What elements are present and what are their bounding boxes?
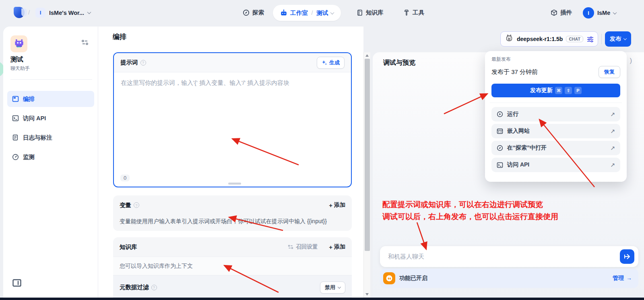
terminal-icon	[12, 115, 19, 121]
annotation-line-2: 调试可以后，右上角发布，也可以点击运行直接使用	[382, 211, 558, 223]
variables-header: 变量 添加	[113, 195, 352, 215]
chevron-down-icon	[623, 37, 627, 40]
features-quote-icon	[383, 272, 395, 284]
compass-icon	[497, 145, 503, 151]
features-status-label: 功能已开启	[399, 275, 427, 282]
help-icon[interactable]	[140, 60, 146, 66]
app-icon[interactable]	[10, 35, 27, 52]
knowledge-card: 知识库 召回设置 添加 您可以导入知识库作为上下文 元数据过滤	[113, 237, 352, 300]
app-settings-sliders-icon[interactable]	[81, 39, 89, 45]
chevron-down-icon	[613, 10, 617, 14]
prompt-placeholder: 在这里写你的提示词，输入'{' 插入变量、输入'/' 插入提示内容块	[121, 79, 343, 87]
nav-current-app[interactable]: 测试	[316, 9, 334, 17]
metadata-filter-select[interactable]: 禁用	[320, 282, 345, 294]
ollama-llama-icon	[505, 35, 514, 43]
prompt-card-header: 提示词 生成	[114, 53, 351, 72]
sidebar-item-api[interactable]: 访问 API	[7, 110, 94, 126]
toolbar-divider	[601, 34, 602, 44]
prompt-card: 提示词 生成 在这里写你的提示词，输入'{' 插入变量、输入'/' 插入提示内容…	[113, 52, 352, 187]
nav-studio-pill: 工作室 / 测试	[273, 5, 341, 21]
user-name: IsMe	[597, 10, 610, 16]
user-menu[interactable]: I IsMe	[583, 7, 616, 18]
variables-description: 变量能使用用户输入表单引入提示词或开场白，你可以试试在提示词中输入 {{inpu…	[113, 218, 352, 225]
manage-features-link[interactable]: 管理 →	[613, 275, 632, 282]
publish-update-button[interactable]: 发布更新 ⌘ ⇧ P	[491, 84, 620, 97]
vertical-scrollbar[interactable]	[363, 52, 370, 298]
add-variable-button[interactable]: 添加	[329, 201, 345, 209]
nav-knowledge[interactable]: 知识库	[357, 9, 384, 16]
top-header: / I IsMe's Wor... 探索 工作室 / 测试 知识库	[0, 0, 644, 26]
collapse-panel-icon	[12, 279, 21, 287]
workspace-selector[interactable]: I IsMe's Wor...	[35, 8, 91, 18]
collapse-sidebar-button[interactable]	[12, 278, 22, 287]
help-icon[interactable]	[151, 285, 157, 290]
menu-item-run[interactable]: 运行 ↗	[491, 107, 620, 121]
app-sidebar: 测试 聊天助手 编排 访问 API 日志与标注 监测	[3, 27, 98, 298]
external-link-icon: ↗	[610, 128, 615, 134]
sidebar-divider	[10, 79, 92, 80]
shift-key-icon: ⇧	[565, 87, 572, 94]
external-link-icon: ↗	[610, 162, 615, 168]
model-selector[interactable]: deepseek-r1:1.5b CHAT	[500, 31, 598, 47]
plus-icon	[329, 244, 332, 251]
variables-card: 变量 添加 变量能使用用户输入表单引入提示词或开场白，你可以试试在提示词中输入 …	[113, 195, 352, 231]
dify-logo-icon[interactable]	[14, 7, 25, 18]
latest-release-label: 最新发布	[491, 56, 620, 63]
pixel-monster-icon	[14, 39, 25, 49]
partially-hidden-icon: )	[630, 57, 632, 64]
chevron-down-icon	[330, 10, 334, 14]
nav-tools[interactable]: 工具	[403, 9, 424, 16]
knowledge-description-row: 您可以导入知识库作为上下文	[113, 257, 352, 275]
plus-icon	[329, 202, 332, 209]
variables-title: 变量	[120, 201, 131, 209]
window-bottom-edge	[0, 298, 644, 300]
package-icon	[551, 9, 557, 16]
sidebar-item-logs[interactable]: 日志与标注	[7, 129, 94, 146]
nav-studio[interactable]: 工作室	[280, 9, 308, 17]
book-icon	[357, 9, 363, 16]
scrollbar-thumb[interactable]	[365, 59, 370, 251]
generate-button[interactable]: 生成	[317, 57, 345, 69]
model-params-sliders-icon[interactable]	[587, 36, 594, 42]
sidebar-item-orchestrate[interactable]: 编排	[7, 91, 94, 107]
nav-explore[interactable]: 探索	[243, 9, 264, 16]
compass-icon	[243, 9, 250, 16]
menu-item-open-explore[interactable]: 在“探索”中打开 ↗	[491, 141, 620, 155]
scroll-up-arrow[interactable]	[365, 54, 369, 57]
robot-icon	[280, 9, 287, 16]
model-name: deepseek-r1:1.5b	[517, 36, 563, 42]
prompt-editor[interactable]: 在这里写你的提示词，输入'{' 插入变量、输入'/' 插入提示内容块 0	[114, 72, 351, 187]
chat-input-card: 和机器人聊天	[380, 246, 638, 267]
restore-button[interactable]: 恢复	[599, 66, 620, 78]
recall-settings-button[interactable]: 召回设置	[288, 243, 318, 251]
help-icon[interactable]	[134, 202, 139, 208]
features-bar: 功能已开启 管理 →	[380, 269, 638, 288]
add-knowledge-button[interactable]: 添加	[329, 243, 345, 251]
debug-panel-title: 调试与预览	[383, 59, 415, 67]
resize-handle[interactable]	[228, 183, 241, 185]
recall-sliders-icon	[288, 245, 293, 249]
published-time: 发布于 37 分钟前	[491, 68, 538, 76]
chat-input[interactable]: 和机器人聊天	[388, 253, 424, 261]
embed-site-icon	[497, 128, 503, 134]
prompt-title: 提示词	[120, 59, 138, 66]
annotation-line-1: 配置提示词或知识库，可以在右边进行调试预览	[382, 199, 558, 211]
external-link-icon: ↗	[610, 111, 615, 117]
cmd-key-icon: ⌘	[555, 87, 562, 94]
breadcrumb-separator: /	[28, 9, 30, 16]
sidebar-item-monitoring[interactable]: 监测	[7, 149, 94, 165]
knowledge-header: 知识库 召回设置 添加	[113, 237, 352, 257]
annotation-text: 配置提示词或知识库，可以在右边进行调试预览 调试可以后，右上角发布，也可以点击运…	[382, 199, 558, 223]
menu-item-embed[interactable]: 嵌入网站 ↗	[491, 124, 620, 138]
scroll-down-arrow[interactable]	[365, 293, 369, 296]
send-button[interactable]	[620, 249, 634, 264]
terminal-icon	[497, 162, 503, 168]
hammer-tool-icon	[403, 9, 410, 16]
publish-button[interactable]: 发布	[605, 31, 631, 47]
page-title: 编排	[113, 32, 126, 41]
menu-item-api[interactable]: 访问 API ↗	[491, 158, 620, 172]
nav-pill-divider: /	[312, 10, 313, 16]
nav-plugins[interactable]: 插件	[551, 9, 572, 16]
workspace-panel: 测试 聊天助手 编排 访问 API 日志与标注 监测	[3, 27, 363, 298]
workspace-name: IsMe's Wor...	[49, 10, 84, 16]
